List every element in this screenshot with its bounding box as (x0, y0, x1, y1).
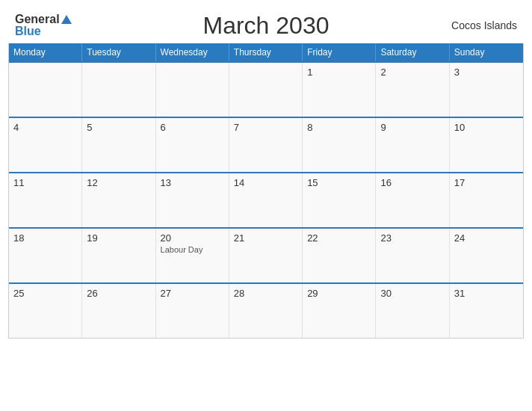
calendar-cell: 16 (376, 173, 449, 227)
cell-day-number: 1 (307, 67, 371, 78)
cell-day-number: 26 (87, 288, 150, 299)
calendar-cell: 25 (9, 284, 82, 338)
calendar-cell: 3 (450, 63, 523, 117)
cell-day-number: 9 (380, 122, 444, 133)
cell-day-number: 6 (161, 122, 224, 133)
logo-blue-text: Blue (15, 25, 41, 37)
calendar-grid: 1234567891011121314151617181920Labour Da… (9, 61, 523, 338)
cell-day-number: 3 (454, 67, 519, 78)
calendar-cell: 17 (450, 173, 523, 227)
day-header-friday: Friday (303, 43, 376, 61)
month-title: March 2030 (203, 12, 330, 40)
logo: General Blue (15, 13, 72, 37)
calendar-cell: 13 (156, 173, 229, 227)
calendar-cell: 19 (82, 229, 155, 282)
day-header-thursday: Thursday (229, 43, 303, 61)
day-header-sunday: Sunday (450, 43, 523, 61)
cell-day-number: 18 (13, 232, 77, 244)
calendar-cell: 28 (229, 284, 303, 338)
week-row-2: 45678910 (9, 117, 523, 172)
calendar-cell: 22 (303, 229, 376, 282)
calendar-cell: 14 (229, 173, 303, 227)
cell-day-number: 22 (307, 232, 371, 244)
day-header-monday: Monday (9, 43, 82, 61)
calendar-header: General Blue March 2030 Cocos Islands (0, 0, 532, 43)
calendar-cell: 10 (450, 118, 523, 172)
cell-day-number: 8 (307, 122, 371, 133)
calendar-cell: 23 (376, 229, 449, 282)
calendar-cell: 7 (229, 118, 303, 172)
cell-day-number: 29 (307, 288, 371, 299)
cell-day-number: 21 (234, 232, 297, 244)
cell-day-number: 27 (161, 288, 224, 299)
cell-day-number: 4 (13, 122, 77, 133)
calendar-cell: 9 (376, 118, 449, 172)
cell-day-number: 25 (13, 288, 77, 299)
cell-day-number: 10 (454, 122, 519, 133)
cell-day-number: 24 (454, 232, 519, 244)
calendar-cell: 6 (156, 118, 229, 172)
calendar-cell: 31 (450, 284, 523, 338)
calendar-cell: 27 (156, 284, 229, 338)
cell-day-number: 20 (161, 232, 224, 244)
calendar-cell: 1 (303, 63, 376, 117)
day-header-saturday: Saturday (376, 43, 449, 61)
cell-day-number: 23 (380, 232, 444, 244)
cell-day-number: 2 (380, 67, 444, 78)
cell-day-number: 12 (87, 177, 150, 188)
logo-triangle-icon (61, 15, 72, 24)
cell-day-number: 16 (380, 177, 444, 188)
calendar-cell: 11 (9, 173, 82, 227)
calendar-cell: 18 (9, 229, 82, 282)
week-row-3: 11121314151617 (9, 172, 523, 227)
calendar-cell: 21 (229, 229, 303, 282)
day-header-tuesday: Tuesday (82, 43, 155, 61)
day-header-wednesday: Wednesday (156, 43, 229, 61)
calendar-cell: 2 (376, 63, 449, 117)
cell-day-number: 28 (234, 288, 297, 299)
calendar-cell: 30 (376, 284, 449, 338)
cell-day-number: 7 (234, 122, 297, 133)
calendar-cell: 12 (82, 173, 155, 227)
week-row-1: 123 (9, 61, 523, 117)
calendar-cell (229, 63, 303, 117)
day-headers-row: MondayTuesdayWednesdayThursdayFridaySatu… (9, 43, 523, 61)
calendar: MondayTuesdayWednesdayThursdayFridaySatu… (8, 43, 524, 339)
cell-day-number: 30 (380, 288, 444, 299)
cell-day-number: 11 (13, 177, 77, 188)
calendar-cell: 26 (82, 284, 155, 338)
logo-general-text: General (15, 13, 60, 25)
calendar-cell (156, 63, 229, 117)
calendar-cell: 5 (82, 118, 155, 172)
week-row-5: 25262728293031 (9, 282, 523, 338)
cell-day-number: 5 (87, 122, 150, 133)
cell-day-number: 17 (454, 177, 519, 188)
cell-day-number: 19 (87, 232, 150, 244)
cell-day-number: 15 (307, 177, 371, 188)
calendar-cell: 29 (303, 284, 376, 338)
calendar-cell (9, 63, 82, 117)
calendar-cell: 4 (9, 118, 82, 172)
calendar-cell: 20Labour Day (156, 229, 229, 282)
calendar-cell: 24 (450, 229, 523, 282)
cell-holiday-name: Labour Day (161, 245, 224, 254)
week-row-4: 181920Labour Day21222324 (9, 227, 523, 282)
calendar-cell (82, 63, 155, 117)
cell-day-number: 13 (161, 177, 224, 188)
country-name: Cocos Islands (451, 19, 517, 31)
calendar-cell: 15 (303, 173, 376, 227)
calendar-cell: 8 (303, 118, 376, 172)
cell-day-number: 31 (454, 288, 519, 299)
cell-day-number: 14 (234, 177, 297, 188)
